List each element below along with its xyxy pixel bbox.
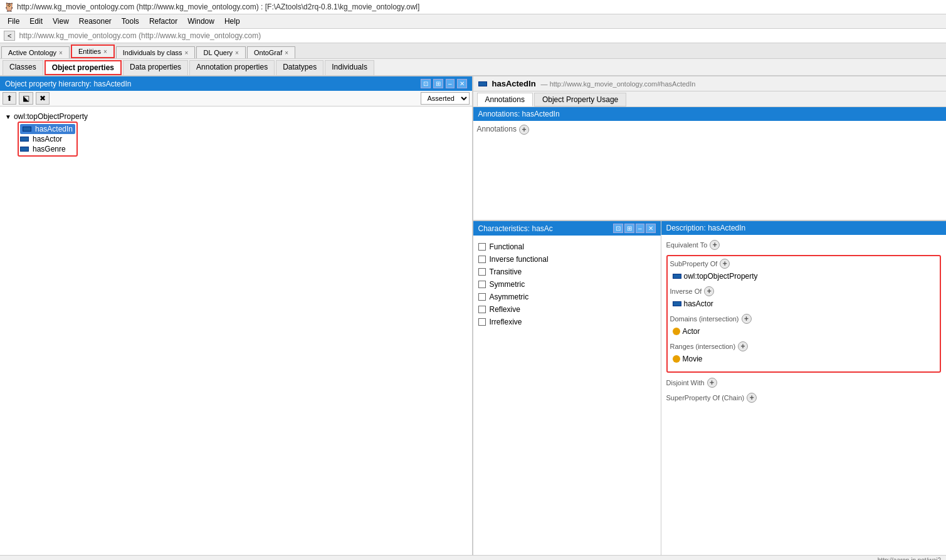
desc-superproperty-label: SuperProperty Of (Chain) (666, 394, 745, 402)
desc-title: Description: hasActedIn (666, 224, 746, 232)
desc-inverse-item-0[interactable]: hasActor (670, 299, 938, 309)
root-label: owl:topObjectProperty (14, 112, 88, 121)
char-checkbox-transitive[interactable] (478, 268, 486, 276)
char-label-reflexive: Reflexive (490, 305, 520, 314)
desc-body: Equivalent To + SubProperty Of + (661, 235, 947, 555)
superproperty-add-button[interactable]: + (747, 393, 757, 403)
tab-close-entities[interactable]: × (103, 48, 107, 55)
left-panel-title: Object property hierarchy: hasActedIn (5, 80, 131, 88)
subtab-datatypes[interactable]: Datatypes (276, 60, 323, 75)
char-icon-3[interactable]: – (636, 224, 644, 233)
tab-entities[interactable]: Entities × (71, 44, 115, 58)
char-checkbox-symmetric[interactable] (478, 281, 486, 288)
char-inverse-functional[interactable]: Inverse functional (478, 253, 656, 266)
menu-file[interactable]: File (3, 16, 24, 27)
prop-icon-hasActor (20, 137, 29, 142)
disjoint-add-button[interactable]: + (707, 378, 717, 388)
annotations-title: Annotations: hasActedIn (478, 110, 560, 118)
tree-add-button[interactable]: ⬆ (3, 92, 16, 105)
menu-tools[interactable]: Tools (117, 16, 144, 27)
char-transitive[interactable]: Transitive (478, 266, 656, 278)
tree-label-hasActedIn: hasActedIn (35, 125, 73, 133)
desc-domains-item-0[interactable]: Actor (670, 326, 938, 336)
tab-active-ontology[interactable]: Active Ontology × (1, 46, 70, 58)
menu-edit[interactable]: Edit (24, 16, 48, 27)
title-text: http://www.kg_movie_ontology.com (http:/… (17, 3, 419, 11)
annotations-header: Annotations: hasActedIn (473, 107, 947, 121)
char-checkbox-irreflexive[interactable] (478, 318, 486, 326)
char-functional[interactable]: Functional (478, 241, 656, 253)
subtab-individuals[interactable]: Individuals (325, 60, 374, 75)
char-asymmetric[interactable]: Asymmetric (478, 291, 656, 303)
panel-icon-3[interactable]: – (446, 79, 455, 88)
desc-subproperty-item-0[interactable]: owl:topObjectProperty (670, 271, 938, 281)
menu-refactor[interactable]: Refactor (144, 16, 182, 27)
tab-individuals-by-class[interactable]: Individuals by class × (116, 46, 196, 58)
owl-icon: 🦉 (4, 2, 14, 12)
left-panel: Object property hierarchy: hasActedIn ⊡ … (0, 76, 473, 555)
tree-label-hasGenre: hasGenre (33, 145, 66, 153)
char-checkbox-reflexive[interactable] (478, 306, 486, 313)
domains-class-icon (673, 328, 680, 335)
prop-icon-hasActedIn (23, 127, 31, 132)
char-checkbox-inverse-functional[interactable] (478, 256, 486, 263)
tab-close-ontograf[interactable]: × (285, 49, 288, 56)
right-prop-icon (478, 81, 487, 86)
panel-icon-1[interactable]: ⊡ (421, 79, 431, 88)
annotations-add-button[interactable]: + (519, 125, 529, 135)
tab-ontograf[interactable]: OntoGraf × (247, 46, 295, 58)
tab-close-dl-query[interactable]: × (235, 49, 239, 56)
annotations-section: Annotations: hasActedIn Annotations + (473, 107, 947, 220)
char-icon-2[interactable]: ⊞ (624, 224, 634, 233)
tab-close-individuals[interactable]: × (185, 49, 189, 56)
menu-bar: File Edit View Reasoner Tools Refactor W… (0, 14, 946, 29)
tree-expand-button[interactable]: ⬕ (19, 92, 33, 105)
subtab-data-properties[interactable]: Data properties (123, 60, 188, 75)
char-label-asymmetric: Asymmetric (490, 293, 529, 301)
right-subtab-usage[interactable]: Object Property Usage (534, 93, 626, 106)
tree-toolbar: ⬆ ⬕ ✖ Asserted (0, 91, 472, 106)
subtab-annotation-properties[interactable]: Annotation properties (189, 60, 275, 75)
char-symmetric[interactable]: Symmetric (478, 278, 656, 291)
desc-superproperty-chain: SuperProperty Of (Chain) + (666, 393, 942, 403)
tree-node-hasActedIn[interactable]: hasActedIn (20, 124, 75, 134)
ranges-add-button[interactable]: + (738, 341, 748, 351)
char-checkbox-asymmetric[interactable] (478, 293, 486, 301)
char-icon-1[interactable]: ⊡ (613, 224, 623, 233)
tab-dl-query[interactable]: DL Query × (196, 46, 246, 58)
menu-help[interactable]: Help (219, 16, 245, 27)
subtab-classes[interactable]: Classes (3, 60, 43, 75)
desc-disjoint-with: Disjoint With + (666, 378, 942, 388)
tree-node-hasActor[interactable]: hasActor (20, 134, 75, 144)
char-checkbox-functional[interactable] (478, 243, 486, 251)
equivalent-add-button[interactable]: + (710, 240, 720, 250)
asserted-dropdown[interactable]: Asserted (421, 92, 470, 105)
highlighted-children-box: hasActedIn hasActor hasGenre (18, 122, 78, 157)
desc-subproperty-label: SubProperty Of (670, 260, 718, 267)
desc-header: Description: hasActedIn (661, 221, 947, 235)
tree-label-hasActor: hasActor (33, 135, 62, 143)
right-subtab-annotations[interactable]: Annotations (477, 93, 533, 106)
char-irreflexive[interactable]: Irreflexive (478, 316, 656, 328)
back-button[interactable]: < (4, 31, 15, 41)
char-reflexive[interactable]: Reflexive (478, 303, 656, 316)
panel-icon-4[interactable]: ✕ (457, 79, 467, 88)
status-url: http://aaron.in.net/wai2 (878, 557, 941, 560)
menu-reasoner[interactable]: Reasoner (74, 16, 117, 27)
subproperty-add-button[interactable]: + (720, 259, 730, 269)
domains-add-button[interactable]: + (742, 314, 752, 324)
tree-children: hasActedIn hasActor hasGenre (18, 122, 467, 157)
status-bar: http://aaron.in.net/wai2 (0, 555, 946, 560)
tab-close-active-ontology[interactable]: × (59, 49, 63, 56)
tree-root[interactable]: ▼ owl:topObjectProperty (5, 111, 467, 122)
inverse-add-button[interactable]: + (704, 286, 714, 296)
menu-view[interactable]: View (48, 16, 74, 27)
tree-delete-button[interactable]: ✖ (36, 92, 50, 105)
char-icon-4[interactable]: ✕ (646, 224, 656, 233)
tree-node-hasGenre[interactable]: hasGenre (20, 144, 75, 154)
char-label-symmetric: Symmetric (490, 280, 525, 289)
subtab-object-properties[interactable]: Object properties (45, 60, 122, 75)
desc-ranges-item-0[interactable]: Movie (670, 354, 938, 364)
menu-window[interactable]: Window (182, 16, 219, 27)
panel-icon-2[interactable]: ⊞ (433, 79, 443, 88)
